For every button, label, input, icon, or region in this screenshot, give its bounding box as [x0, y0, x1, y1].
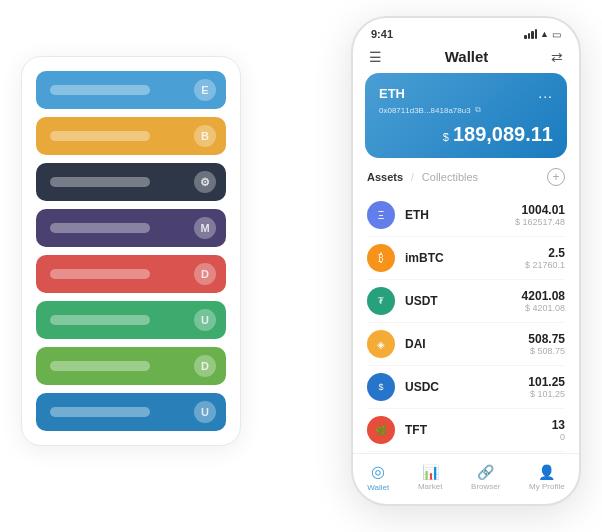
nav-wallet[interactable]: ◎ Wallet [367, 462, 389, 492]
asset-amount: 508.75 [528, 332, 565, 346]
asset-amount: 4201.08 [522, 289, 565, 303]
status-bar: 9:41 ▲ ▭ [353, 18, 579, 44]
tab-divider: / [411, 172, 414, 183]
asset-values: 1004.01 $ 162517.48 [515, 203, 565, 227]
more-options-icon[interactable]: ... [538, 85, 553, 101]
table-row[interactable]: Ξ ETH 1004.01 $ 162517.48 [367, 194, 565, 237]
gear-icon: ⚙ [194, 171, 216, 193]
phone-header: ☰ Wallet ⇄ [353, 44, 579, 73]
card-label [50, 177, 150, 187]
asset-amount: 1004.01 [515, 203, 565, 217]
asset-list: Ξ ETH 1004.01 $ 162517.48 ₿ imBTC 2.5 $ … [353, 194, 579, 453]
status-time: 9:41 [371, 28, 393, 40]
usdc-coin-icon: $ [367, 373, 395, 401]
nav-market[interactable]: 📊 Market [418, 464, 442, 491]
card-label [50, 223, 150, 233]
usdt-icon: U [194, 309, 216, 331]
asset-name: ETH [405, 208, 515, 222]
eth-balance: $189,089.11 [379, 123, 553, 146]
list-item[interactable]: M [36, 209, 226, 247]
list-item[interactable]: B [36, 117, 226, 155]
list-item[interactable]: E [36, 71, 226, 109]
assets-tabs: Assets / Collectibles [367, 171, 478, 183]
asset-name: DAI [405, 337, 528, 351]
profile-icon: 👤 [538, 464, 555, 480]
card-label [50, 269, 150, 279]
asset-usd: $ 4201.08 [522, 303, 565, 313]
list-item[interactable]: U [36, 301, 226, 339]
table-row[interactable]: ₮ USDT 4201.08 $ 4201.08 [367, 280, 565, 323]
eth-wallet-card[interactable]: ETH ... 0x08711d3B...8418a78u3 ⧉ $189,08… [365, 73, 567, 158]
list-item[interactable]: D [36, 347, 226, 385]
wallet-icon: ◎ [371, 462, 385, 481]
menu-icon[interactable]: ☰ [369, 49, 382, 65]
asset-values: 4201.08 $ 4201.08 [522, 289, 565, 313]
card-label [50, 315, 150, 325]
add-asset-button[interactable]: + [547, 168, 565, 186]
wifi-icon: ▲ [540, 29, 549, 39]
card-label [50, 131, 150, 141]
asset-usd: $ 508.75 [528, 346, 565, 356]
nav-profile-label: My Profile [529, 482, 565, 491]
usdt-coin-icon: ₮ [367, 287, 395, 315]
asset-amount: 101.25 [528, 375, 565, 389]
asset-values: 508.75 $ 508.75 [528, 332, 565, 356]
table-row[interactable]: 🌿 TFT 13 0 [367, 409, 565, 452]
nav-browser-label: Browser [471, 482, 500, 491]
browser-icon: 🔗 [477, 464, 494, 480]
usdc-icon: U [194, 401, 216, 423]
table-row[interactable]: ₿ imBTC 2.5 $ 21760.1 [367, 237, 565, 280]
copy-icon[interactable]: ⧉ [475, 105, 481, 115]
asset-name: TFT [405, 423, 552, 437]
scan-icon[interactable]: ⇄ [551, 49, 563, 65]
asset-values: 13 0 [552, 418, 565, 442]
eth-icon: E [194, 79, 216, 101]
asset-name: imBTC [405, 251, 525, 265]
asset-amount: 13 [552, 418, 565, 432]
tab-assets[interactable]: Assets [367, 171, 403, 183]
list-item[interactable]: ⚙ [36, 163, 226, 201]
dai2-icon: D [194, 355, 216, 377]
card-label [50, 361, 150, 371]
card-label [50, 407, 150, 417]
eth-card-name: ETH [379, 86, 405, 101]
tft-coin-icon: 🌿 [367, 416, 395, 444]
card-stack: E B ⚙ M D U D U [21, 56, 241, 446]
nav-profile[interactable]: 👤 My Profile [529, 464, 565, 491]
table-row[interactable]: $ USDC 101.25 $ 101.25 [367, 366, 565, 409]
nav-wallet-label: Wallet [367, 483, 389, 492]
signal-icon [524, 29, 537, 39]
card-label [50, 85, 150, 95]
asset-name: USDC [405, 380, 528, 394]
assets-header: Assets / Collectibles + [353, 168, 579, 194]
asset-usd: $ 101.25 [528, 389, 565, 399]
eth-coin-icon: Ξ [367, 201, 395, 229]
dai-coin-icon: ◈ [367, 330, 395, 358]
asset-values: 101.25 $ 101.25 [528, 375, 565, 399]
page-title: Wallet [445, 48, 489, 65]
list-item[interactable]: D [36, 255, 226, 293]
asset-name: USDT [405, 294, 522, 308]
scene: E B ⚙ M D U D U [21, 16, 581, 516]
list-item[interactable]: U [36, 393, 226, 431]
nav-browser[interactable]: 🔗 Browser [471, 464, 500, 491]
asset-usd: $ 21760.1 [525, 260, 565, 270]
table-row[interactable]: ◈ DAI 508.75 $ 508.75 [367, 323, 565, 366]
asset-amount: 2.5 [525, 246, 565, 260]
status-icons: ▲ ▭ [524, 29, 561, 40]
m-icon: M [194, 217, 216, 239]
dai-icon: D [194, 263, 216, 285]
nav-market-label: Market [418, 482, 442, 491]
market-icon: 📊 [422, 464, 439, 480]
battery-icon: ▭ [552, 29, 561, 40]
tab-collectibles[interactable]: Collectibles [422, 171, 478, 183]
imbtc-coin-icon: ₿ [367, 244, 395, 272]
btc-icon: B [194, 125, 216, 147]
bottom-nav: ◎ Wallet 📊 Market 🔗 Browser 👤 My Profile [353, 453, 579, 504]
phone-frame: 9:41 ▲ ▭ ☰ Wallet ⇄ ETH ... [351, 16, 581, 506]
asset-usd: 0 [552, 432, 565, 442]
asset-usd: $ 162517.48 [515, 217, 565, 227]
eth-address: 0x08711d3B...8418a78u3 ⧉ [379, 105, 553, 115]
asset-values: 2.5 $ 21760.1 [525, 246, 565, 270]
